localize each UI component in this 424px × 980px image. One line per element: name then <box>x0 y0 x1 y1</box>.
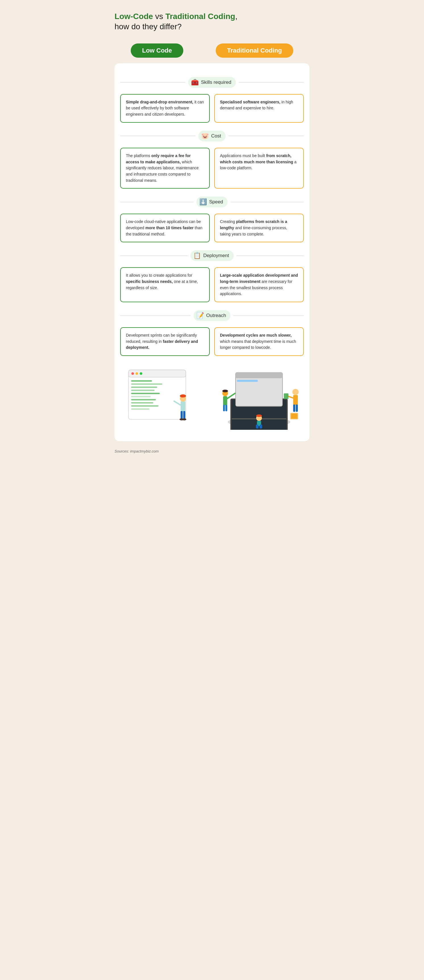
svg-point-47 <box>256 414 262 417</box>
lowcode-illustration <box>120 364 210 433</box>
main-card: 🧰 Skills required Simple drag-and-drop e… <box>115 64 309 441</box>
svg-rect-13 <box>131 405 158 407</box>
svg-rect-49 <box>256 425 258 429</box>
svg-point-2 <box>131 372 134 375</box>
cost-left-bold: only require a fee for access to make ap… <box>126 153 191 164</box>
cost-label-text: Cost <box>211 133 221 139</box>
svg-rect-53 <box>291 414 297 418</box>
cost-row: The platforms only require a fee for acc… <box>120 148 304 189</box>
svg-rect-40 <box>284 393 289 399</box>
deployment-section-label: 📋 Deployment <box>190 250 234 261</box>
svg-rect-28 <box>237 380 258 382</box>
svg-rect-44 <box>223 405 225 411</box>
svg-rect-6 <box>131 383 162 385</box>
svg-point-42 <box>222 390 228 392</box>
deployment-icon: 📋 <box>193 252 201 259</box>
svg-rect-8 <box>131 390 154 391</box>
divider-line-right-4 <box>236 256 304 256</box>
svg-rect-7 <box>131 387 157 388</box>
deployment-right-box: Large-scale application development and … <box>214 267 304 302</box>
speed-label-text: Speed <box>209 199 223 205</box>
deployment-label-text: Deployment <box>203 253 229 258</box>
svg-rect-15 <box>181 401 186 412</box>
svg-rect-30 <box>237 387 281 388</box>
svg-rect-5 <box>131 380 152 382</box>
speed-right-box: Creating platforms from scratch is a len… <box>214 213 304 242</box>
svg-rect-9 <box>131 393 160 394</box>
outreach-row: Development sprints can be significantly… <box>120 327 304 356</box>
svg-rect-33 <box>237 396 263 398</box>
deployment-right-bold: Large-scale application development and … <box>220 273 298 284</box>
title-vs: vs <box>155 12 166 21</box>
source-text: Sources: impactmybiz.com <box>115 449 309 453</box>
cost-icon: 🐷 <box>201 132 209 140</box>
svg-rect-20 <box>183 411 185 419</box>
lowcode-illustration-svg <box>123 367 207 430</box>
svg-rect-19 <box>181 411 183 419</box>
skills-row: Simple drag-and-drop environment, it can… <box>120 94 304 123</box>
svg-point-3 <box>135 372 138 375</box>
divider-line-left-4 <box>120 256 188 256</box>
svg-rect-10 <box>131 396 151 398</box>
svg-rect-14 <box>131 409 149 410</box>
skills-right-bold: Specialised software engineers, <box>220 100 280 104</box>
skills-divider: 🧰 Skills required <box>120 77 304 88</box>
outreach-section-label: 📝 Outreach <box>193 310 231 321</box>
outreach-right-box: Development cycles are much slower, whic… <box>214 327 304 356</box>
traditional-illustration <box>214 364 304 433</box>
speed-row: Low-code cloud-native applications can b… <box>120 213 304 242</box>
skills-section-label: 🧰 Skills required <box>188 77 236 88</box>
divider-line-right <box>239 82 304 83</box>
svg-rect-11 <box>131 399 156 401</box>
deployment-row: It allows you to create applications for… <box>120 267 304 302</box>
outreach-right-bold: Development cycles are much slower, <box>220 333 292 337</box>
outreach-divider: 📝 Outreach <box>120 310 304 321</box>
outreach-left-box: Development sprints can be significantly… <box>120 327 210 356</box>
speed-right-bold: platforms from scratch is a lengthy <box>220 219 287 230</box>
speed-icon: ⬇️ <box>199 198 207 206</box>
svg-line-51 <box>227 393 235 399</box>
svg-point-4 <box>140 372 142 375</box>
svg-point-35 <box>292 389 299 395</box>
divider-line-left-3 <box>120 202 193 202</box>
svg-rect-36 <box>293 395 298 405</box>
svg-rect-50 <box>260 425 262 429</box>
svg-point-22 <box>182 418 186 420</box>
columns-header: Low Code Traditional Coding <box>115 43 309 58</box>
speed-section-label: ⬇️ Speed <box>196 197 228 207</box>
svg-rect-31 <box>237 390 271 391</box>
svg-rect-45 <box>225 405 227 411</box>
title-traditional: Traditional Coding <box>166 12 235 21</box>
skills-icon: 🧰 <box>191 79 199 86</box>
cost-right-box: Applications must be built from scratch,… <box>214 148 304 189</box>
svg-rect-27 <box>236 372 282 378</box>
cost-section-label: 🐷 Cost <box>198 130 226 142</box>
deployment-divider: 📋 Deployment <box>120 250 304 261</box>
svg-point-17 <box>180 394 186 398</box>
svg-rect-29 <box>237 383 281 385</box>
speed-divider: ⬇️ Speed <box>120 197 304 207</box>
skills-left-box: Simple drag-and-drop environment, it can… <box>120 94 210 123</box>
svg-rect-32 <box>237 393 281 395</box>
speed-left-box: Low-code cloud-native applications can b… <box>120 213 210 242</box>
illustrations-section <box>120 364 304 433</box>
outreach-icon: 📝 <box>196 312 204 319</box>
outreach-left-bold: faster delivery and deployment. <box>126 339 198 350</box>
deployment-left-bold: specific business needs, <box>126 279 173 284</box>
skills-label-text: Skills required <box>201 80 231 85</box>
divider-line-left-2 <box>120 136 196 136</box>
cost-right-bold: from scratch, which costs much more than… <box>220 153 293 164</box>
svg-rect-43 <box>223 396 227 405</box>
svg-rect-12 <box>131 402 153 404</box>
cost-left-box: The platforms only require a fee for acc… <box>120 148 210 189</box>
traditional-badge: Traditional Coding <box>216 43 293 58</box>
deployment-left-box: It allows you to create applications for… <box>120 267 210 302</box>
svg-rect-38 <box>296 404 298 412</box>
traditional-illustration-svg <box>217 367 301 430</box>
cost-divider: 🐷 Cost <box>120 130 304 142</box>
divider-line-right-2 <box>228 136 304 136</box>
speed-left-bold: more than 10 times faster <box>145 226 194 230</box>
svg-rect-37 <box>293 404 295 412</box>
skills-right-box: Specialised software engineers, in high … <box>214 94 304 123</box>
divider-line-left <box>120 82 185 83</box>
